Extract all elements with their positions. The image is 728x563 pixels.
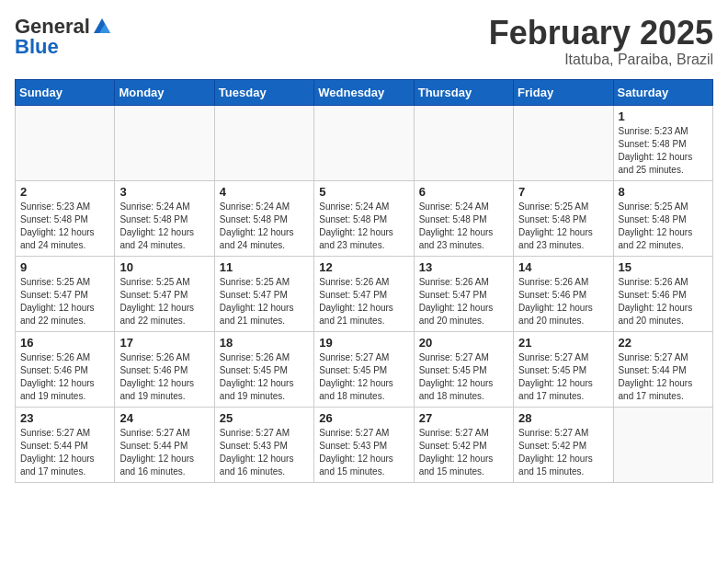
day-info: Sunrise: 5:24 AMSunset: 5:48 PMDaylight:… (220, 201, 309, 252)
calendar-cell: 22Sunrise: 5:27 AMSunset: 5:44 PMDayligh… (613, 331, 712, 407)
day-info: Sunrise: 5:27 AMSunset: 5:44 PMDaylight:… (20, 427, 109, 478)
calendar-cell (613, 407, 712, 482)
day-number: 21 (518, 336, 608, 350)
day-info: Sunrise: 5:23 AMSunset: 5:48 PMDaylight:… (619, 125, 708, 177)
weekday-header-thursday: Thursday (414, 79, 513, 105)
calendar-cell: 12Sunrise: 5:26 AMSunset: 5:47 PMDayligh… (314, 256, 414, 331)
day-info: Sunrise: 5:24 AMSunset: 5:48 PMDaylight:… (119, 201, 209, 252)
day-info: Sunrise: 5:25 AMSunset: 5:47 PMDaylight:… (119, 276, 209, 327)
logo-blue-text: Blue (15, 35, 59, 59)
calendar-cell: 6Sunrise: 5:24 AMSunset: 5:48 PMDaylight… (414, 180, 513, 256)
weekday-header-tuesday: Tuesday (214, 79, 313, 105)
calendar-cell: 8Sunrise: 5:25 AMSunset: 5:48 PMDaylight… (613, 180, 712, 256)
calendar-cell: 21Sunrise: 5:27 AMSunset: 5:45 PMDayligh… (514, 331, 613, 407)
day-info: Sunrise: 5:25 AMSunset: 5:48 PMDaylight:… (518, 201, 608, 252)
calendar-cell: 27Sunrise: 5:27 AMSunset: 5:42 PMDayligh… (414, 407, 513, 482)
logo-icon (92, 17, 112, 37)
day-number: 24 (119, 411, 209, 425)
calendar-cell (514, 105, 613, 180)
day-number: 2 (20, 185, 109, 199)
week-row-4: 16Sunrise: 5:26 AMSunset: 5:46 PMDayligh… (16, 331, 713, 407)
day-number: 6 (419, 185, 508, 199)
day-number: 14 (518, 260, 608, 274)
calendar-cell (16, 105, 115, 180)
day-number: 11 (220, 260, 309, 274)
calendar-cell: 1Sunrise: 5:23 AMSunset: 5:48 PMDaylight… (613, 105, 712, 180)
day-number: 20 (419, 336, 508, 350)
day-info: Sunrise: 5:26 AMSunset: 5:45 PMDaylight:… (220, 351, 309, 403)
day-number: 26 (319, 411, 408, 425)
day-number: 9 (20, 260, 109, 274)
calendar-subtitle: Itatuba, Paraiba, Brazil (489, 52, 713, 68)
day-number: 23 (20, 411, 109, 425)
day-number: 15 (619, 260, 708, 274)
day-number: 27 (419, 411, 508, 425)
calendar-cell: 5Sunrise: 5:24 AMSunset: 5:48 PMDaylight… (314, 180, 414, 256)
day-number: 17 (119, 336, 209, 350)
calendar-cell: 13Sunrise: 5:26 AMSunset: 5:47 PMDayligh… (414, 256, 513, 331)
day-number: 16 (20, 336, 109, 350)
day-number: 13 (419, 260, 508, 274)
day-info: Sunrise: 5:27 AMSunset: 5:44 PMDaylight:… (619, 351, 708, 403)
weekday-header-row: SundayMondayTuesdayWednesdayThursdayFrid… (16, 79, 713, 105)
calendar-cell (115, 105, 214, 180)
calendar-cell (214, 105, 313, 180)
calendar-cell: 14Sunrise: 5:26 AMSunset: 5:46 PMDayligh… (514, 256, 613, 331)
calendar-cell: 9Sunrise: 5:25 AMSunset: 5:47 PMDaylight… (16, 256, 115, 331)
day-info: Sunrise: 5:27 AMSunset: 5:43 PMDaylight:… (319, 427, 408, 478)
day-info: Sunrise: 5:26 AMSunset: 5:46 PMDaylight:… (20, 351, 109, 403)
day-info: Sunrise: 5:24 AMSunset: 5:48 PMDaylight:… (319, 201, 408, 252)
calendar-cell: 4Sunrise: 5:24 AMSunset: 5:48 PMDaylight… (214, 180, 313, 256)
calendar-cell: 18Sunrise: 5:26 AMSunset: 5:45 PMDayligh… (214, 331, 313, 407)
day-number: 4 (220, 185, 309, 199)
day-info: Sunrise: 5:24 AMSunset: 5:48 PMDaylight:… (419, 201, 508, 252)
day-info: Sunrise: 5:27 AMSunset: 5:45 PMDaylight:… (419, 351, 508, 403)
week-row-5: 23Sunrise: 5:27 AMSunset: 5:44 PMDayligh… (16, 407, 713, 482)
day-number: 12 (319, 260, 408, 274)
calendar-cell: 24Sunrise: 5:27 AMSunset: 5:44 PMDayligh… (115, 407, 214, 482)
day-info: Sunrise: 5:27 AMSunset: 5:45 PMDaylight:… (319, 351, 408, 403)
calendar-cell: 26Sunrise: 5:27 AMSunset: 5:43 PMDayligh… (314, 407, 414, 482)
calendar-cell: 11Sunrise: 5:25 AMSunset: 5:47 PMDayligh… (214, 256, 313, 331)
day-info: Sunrise: 5:26 AMSunset: 5:46 PMDaylight:… (518, 276, 608, 327)
calendar-cell: 10Sunrise: 5:25 AMSunset: 5:47 PMDayligh… (115, 256, 214, 331)
day-number: 7 (518, 185, 608, 199)
day-info: Sunrise: 5:26 AMSunset: 5:46 PMDaylight:… (619, 276, 708, 327)
day-info: Sunrise: 5:25 AMSunset: 5:47 PMDaylight:… (220, 276, 309, 327)
calendar-cell: 2Sunrise: 5:23 AMSunset: 5:48 PMDaylight… (16, 180, 115, 256)
day-number: 3 (119, 185, 209, 199)
calendar-cell: 16Sunrise: 5:26 AMSunset: 5:46 PMDayligh… (16, 331, 115, 407)
day-number: 25 (220, 411, 309, 425)
day-number: 8 (619, 185, 708, 199)
day-info: Sunrise: 5:25 AMSunset: 5:48 PMDaylight:… (619, 201, 708, 252)
calendar-cell: 17Sunrise: 5:26 AMSunset: 5:46 PMDayligh… (115, 331, 214, 407)
day-info: Sunrise: 5:27 AMSunset: 5:42 PMDaylight:… (518, 427, 608, 478)
calendar-cell: 19Sunrise: 5:27 AMSunset: 5:45 PMDayligh… (314, 331, 414, 407)
calendar-cell (314, 105, 414, 180)
calendar-cell: 25Sunrise: 5:27 AMSunset: 5:43 PMDayligh… (214, 407, 313, 482)
week-row-1: 1Sunrise: 5:23 AMSunset: 5:48 PMDaylight… (16, 105, 713, 180)
calendar-cell: 23Sunrise: 5:27 AMSunset: 5:44 PMDayligh… (16, 407, 115, 482)
day-info: Sunrise: 5:27 AMSunset: 5:42 PMDaylight:… (419, 427, 508, 478)
day-number: 28 (518, 411, 608, 425)
day-info: Sunrise: 5:26 AMSunset: 5:47 PMDaylight:… (319, 276, 408, 327)
day-info: Sunrise: 5:26 AMSunset: 5:47 PMDaylight:… (419, 276, 508, 327)
weekday-header-monday: Monday (115, 79, 214, 105)
weekday-header-sunday: Sunday (16, 79, 115, 105)
day-number: 18 (220, 336, 309, 350)
weekday-header-wednesday: Wednesday (314, 79, 414, 105)
day-number: 22 (619, 336, 708, 350)
week-row-3: 9Sunrise: 5:25 AMSunset: 5:47 PMDaylight… (16, 256, 713, 331)
day-number: 10 (119, 260, 209, 274)
day-info: Sunrise: 5:23 AMSunset: 5:48 PMDaylight:… (20, 201, 109, 252)
weekday-header-friday: Friday (514, 79, 613, 105)
weekday-header-saturday: Saturday (613, 79, 712, 105)
calendar-cell: 7Sunrise: 5:25 AMSunset: 5:48 PMDaylight… (514, 180, 613, 256)
day-info: Sunrise: 5:27 AMSunset: 5:44 PMDaylight:… (119, 427, 209, 478)
day-info: Sunrise: 5:25 AMSunset: 5:47 PMDaylight:… (20, 276, 109, 327)
day-info: Sunrise: 5:27 AMSunset: 5:43 PMDaylight:… (220, 427, 309, 478)
week-row-2: 2Sunrise: 5:23 AMSunset: 5:48 PMDaylight… (16, 180, 713, 256)
logo: General Blue (15, 15, 112, 59)
title-section: February 2025 Itatuba, Paraiba, Brazil (489, 15, 713, 68)
calendar-cell (414, 105, 513, 180)
